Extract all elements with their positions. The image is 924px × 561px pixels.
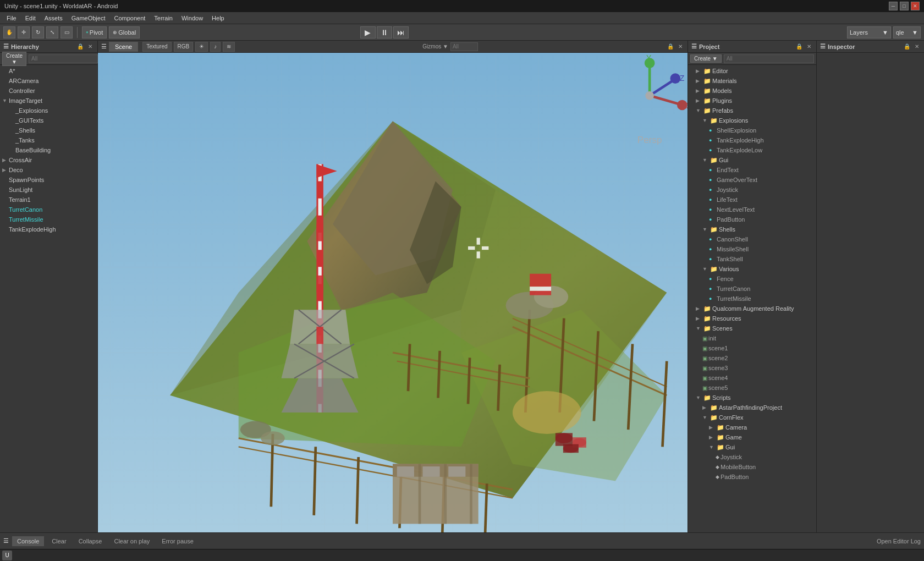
inspector-lock-btn[interactable]: 🔒: [902, 43, 912, 50]
proj-item-qualcomm[interactable]: ▶ 📁 Qualcomm Augmented Reality: [688, 304, 816, 314]
scene-light-btn[interactable]: ☀: [195, 42, 208, 52]
hierarchy-search-input[interactable]: [29, 54, 104, 63]
minimize-button[interactable]: ─: [889, 2, 898, 10]
proj-item-init[interactable]: ▣ init: [688, 333, 816, 343]
menu-assets[interactable]: Assets: [40, 14, 67, 23]
gizmos-search[interactable]: [450, 42, 478, 51]
proj-item-prefabs[interactable]: ▼ 📁 Prefabs: [688, 106, 816, 116]
proj-item-prefabs-shells[interactable]: ▼ 📁 Shells: [688, 224, 816, 234]
tree-item-sunlight[interactable]: SunLight: [0, 185, 97, 195]
proj-item-tankexplodehigh[interactable]: ● TankExplodeHigh: [688, 135, 816, 145]
proj-item-turretcanon-proj[interactable]: ● TurretCanon: [688, 284, 816, 294]
pause-button[interactable]: ⏸: [377, 26, 392, 38]
tree-item-tankexplodehigh[interactable]: TankExplodeHigh: [0, 224, 97, 234]
menu-edit[interactable]: Edit: [21, 14, 40, 23]
tree-item-arcamera[interactable]: ARCamera: [0, 76, 97, 86]
menu-terrain[interactable]: Terrain: [150, 14, 177, 23]
hierarchy-close-btn[interactable]: ✕: [86, 43, 94, 50]
proj-item-resources[interactable]: ▶ 📁 Resources: [688, 314, 816, 323]
proj-item-tankshell[interactable]: ● TankShell: [688, 254, 816, 264]
tree-item-turretmissile[interactable]: TurretMissile: [0, 215, 97, 224]
proj-item-missileshell[interactable]: ● MissileShell: [688, 244, 816, 254]
tree-item-astar[interactable]: A*: [0, 66, 97, 76]
project-search-input[interactable]: [724, 54, 814, 63]
proj-item-various[interactable]: ▼ 📁 Various: [688, 264, 816, 274]
tree-item-tanks[interactable]: _Tanks: [0, 135, 97, 145]
tool-rotate[interactable]: ↻: [32, 26, 44, 38]
project-create-btn[interactable]: Create ▼: [690, 54, 722, 63]
play-button[interactable]: ▶: [360, 26, 376, 38]
tree-item-explosions[interactable]: _Explosions: [0, 106, 97, 116]
scene-viewport[interactable]: 🔊 🔊 Y X: [98, 53, 688, 532]
console-clearonplay-btn[interactable]: Clear on play: [109, 537, 154, 546]
proj-item-endtext[interactable]: ● EndText: [688, 165, 816, 175]
proj-item-joystick[interactable]: ● Joystick: [688, 185, 816, 195]
project-lock-btn[interactable]: 🔒: [794, 43, 804, 50]
hierarchy-create-btn[interactable]: Create ▼: [2, 52, 26, 66]
proj-item-scripts[interactable]: ▼ 📁 Scripts: [688, 393, 816, 403]
proj-item-turretmissile-proj[interactable]: ● TurretMissile: [688, 294, 816, 304]
proj-item-game-scripts[interactable]: ▶ 📁 Game: [688, 432, 816, 442]
scene-lock-btn[interactable]: 🔒: [666, 43, 675, 50]
tree-item-guitexts[interactable]: _GUITexts: [0, 116, 97, 125]
menu-file[interactable]: File: [2, 14, 21, 23]
proj-item-camera-scripts[interactable]: ▶ 📁 Camera: [688, 422, 816, 432]
proj-item-scenes[interactable]: ▼ 📁 Scenes: [688, 323, 816, 333]
tool-rect[interactable]: ▭: [61, 26, 73, 38]
maximize-button[interactable]: □: [900, 2, 909, 10]
tree-item-turretcanon[interactable]: TurretCanon: [0, 205, 97, 215]
menu-help[interactable]: Help: [207, 14, 229, 23]
proj-item-astar-proj[interactable]: ▶ 📁 AstarPathfindingProject: [688, 403, 816, 413]
layers-dropdown[interactable]: Layers ▼: [847, 26, 891, 38]
proj-item-lifetext[interactable]: ● LifeText: [688, 195, 816, 205]
proj-item-scene3[interactable]: ▣ scene3: [688, 363, 816, 373]
proj-item-editor[interactable]: ▶ 📁 Editor: [688, 66, 816, 76]
scene-fog-btn[interactable]: ≋: [223, 42, 235, 52]
tree-item-imagetarget[interactable]: ▼ ImageTarget: [0, 96, 97, 106]
taskbar-unity-icon[interactable]: U: [2, 551, 12, 560]
step-button[interactable]: ⏭: [393, 26, 409, 38]
proj-item-prefabs-explosions[interactable]: ▼ 📁 Explosions: [688, 116, 816, 125]
tree-item-controller[interactable]: Controller: [0, 86, 97, 96]
scene-close-btn[interactable]: ✕: [676, 43, 684, 50]
tree-item-deco[interactable]: ▶ Deco: [0, 165, 97, 175]
proj-item-fence[interactable]: ● Fence: [688, 274, 816, 284]
gizmos-button[interactable]: Gizmos ▼: [422, 43, 448, 50]
scene-display-btn[interactable]: Textured: [142, 42, 171, 52]
proj-item-tankexplodelow[interactable]: ● TankExplodeLow: [688, 145, 816, 155]
pivot-toggle[interactable]: ● Pivot: [82, 26, 107, 38]
proj-item-prefabs-gui[interactable]: ▼ 📁 Gui: [688, 155, 816, 165]
scene-tab[interactable]: Scene: [109, 42, 138, 52]
menu-component[interactable]: Component: [109, 14, 150, 23]
proj-item-scene5[interactable]: ▣ scene5: [688, 383, 816, 393]
global-toggle[interactable]: ⊕ Global: [109, 26, 140, 38]
tool-move[interactable]: ✛: [18, 26, 30, 38]
proj-item-cornflex[interactable]: ▼ 📁 CornFlex: [688, 413, 816, 422]
tree-item-shells[interactable]: _Shells: [0, 125, 97, 135]
tree-item-spawnpoints[interactable]: SpawnPoints: [0, 175, 97, 185]
tree-item-basebuilding[interactable]: BaseBuilding: [0, 145, 97, 155]
proj-item-plugins[interactable]: ▶ 📁 Plugins: [688, 96, 816, 106]
scene-color-btn[interactable]: RGB: [174, 42, 194, 52]
tool-scale[interactable]: ⤡: [46, 26, 58, 38]
layout-dropdown[interactable]: qle ▼: [893, 26, 921, 38]
console-tab[interactable]: Console: [12, 536, 44, 546]
proj-item-shellexplosion[interactable]: ● ShellExplosion: [688, 125, 816, 135]
console-open-editor-log[interactable]: Open Editor Log: [877, 538, 921, 544]
proj-item-scene4[interactable]: ▣ scene4: [688, 373, 816, 383]
menu-window[interactable]: Window: [177, 14, 207, 23]
proj-item-scene1[interactable]: ▣ scene1: [688, 343, 816, 353]
console-errorpause-btn[interactable]: Error pause: [157, 537, 197, 546]
close-button[interactable]: ✕: [911, 2, 920, 10]
project-close-btn[interactable]: ✕: [805, 43, 813, 50]
proj-item-nextleveltext[interactable]: ● NextLevelText: [688, 205, 816, 215]
proj-item-canonshell[interactable]: ● CanonShell: [688, 234, 816, 244]
tool-hand[interactable]: ✋: [3, 26, 15, 38]
proj-item-padbutton-script[interactable]: ◆ PadButton: [688, 472, 816, 482]
menu-gameobject[interactable]: GameObject: [67, 14, 110, 23]
console-collapse-btn[interactable]: Collapse: [74, 537, 107, 546]
inspector-close-btn[interactable]: ✕: [913, 43, 921, 50]
proj-item-gui-scripts[interactable]: ▼ 📁 Gui: [688, 442, 816, 452]
proj-item-materials[interactable]: ▶ 📁 Materials: [688, 76, 816, 86]
proj-item-gameovertext[interactable]: ● GameOverText: [688, 175, 816, 185]
